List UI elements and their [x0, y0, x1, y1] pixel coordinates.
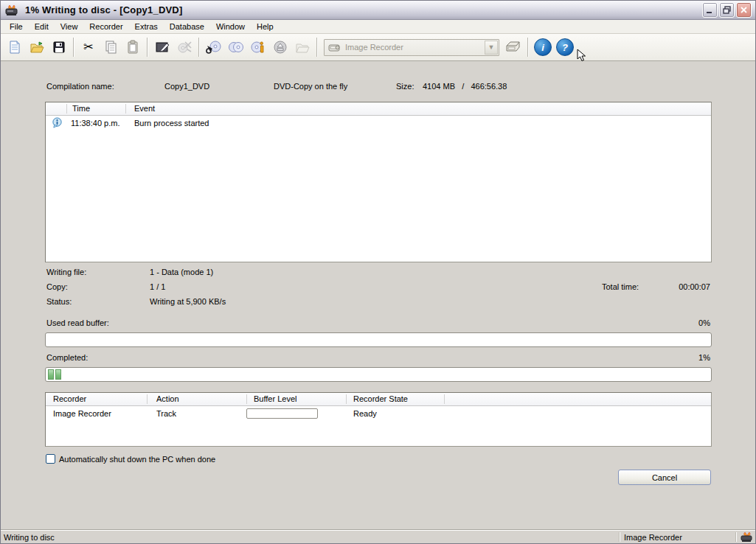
column-separator[interactable] — [125, 104, 126, 114]
cut-button[interactable]: ✂ — [77, 37, 100, 58]
minimize-icon — [706, 6, 714, 14]
cancel-button[interactable]: Cancel — [618, 470, 711, 485]
compilation-mode: DVD-Copy on the fly — [274, 82, 347, 91]
toolbar: ✂ — [1, 34, 755, 61]
size-value: 4104 MB / 466:56.38 — [423, 82, 507, 91]
toolbar-separator — [73, 38, 74, 57]
menu-bar: File Edit View Recorder Extras Database … — [1, 20, 755, 34]
help-button[interactable]: ? — [556, 38, 574, 56]
column-separator[interactable] — [66, 104, 67, 114]
column-header-recorder[interactable]: Recorder — [53, 394, 86, 403]
title-bar: 1% Writing to disc - [Copy1_DVD] — [1, 1, 755, 20]
menu-help[interactable]: Help — [251, 21, 280, 32]
burn-disc-button[interactable] — [203, 37, 225, 58]
open-button[interactable] — [26, 37, 48, 58]
column-header-event[interactable]: Event — [134, 104, 155, 113]
menu-window[interactable]: Window — [210, 21, 251, 32]
new-compilation-button[interactable] — [4, 37, 26, 58]
statusbar-separator — [735, 532, 736, 542]
total-time-value: 00:00:07 — [679, 282, 710, 291]
eject-disc-button[interactable] — [269, 37, 291, 58]
buffer-level-bar — [246, 408, 318, 419]
progress-segment — [55, 369, 61, 380]
restore-button[interactable] — [719, 2, 735, 18]
shutdown-checkbox-label[interactable]: Automatically shut down the PC when done — [59, 455, 215, 464]
recorder-combo-icon — [327, 41, 341, 53]
used-read-buffer-bar — [45, 332, 712, 347]
app-icon — [4, 4, 19, 17]
close-button[interactable] — [736, 2, 752, 18]
used-read-buffer-label: Used read buffer: — [46, 318, 109, 327]
open-disc-folder-icon — [295, 40, 311, 55]
paste-button[interactable] — [122, 37, 144, 58]
menu-view[interactable]: View — [55, 21, 84, 32]
copy-disc-icon — [228, 40, 244, 55]
recorder-drive-icon — [504, 40, 522, 55]
recorder-name: Image Recorder — [53, 409, 111, 418]
progress-segment — [48, 369, 54, 380]
recorder-combobox[interactable]: Image Recorder ▼ — [324, 39, 499, 56]
column-header-action[interactable]: Action — [156, 394, 179, 403]
compilation-name-label: Compilation name: — [46, 82, 114, 91]
copy-disc-button[interactable] — [225, 37, 247, 58]
status-label: Status: — [46, 297, 72, 306]
column-separator[interactable] — [444, 394, 445, 404]
copy-value: 1 / 1 — [150, 282, 165, 291]
choose-recorder-button[interactable] — [502, 37, 524, 58]
new-document-icon — [7, 40, 22, 55]
write-compilation-button[interactable] — [151, 37, 173, 58]
eject-icon — [273, 40, 288, 55]
simulate-icon — [177, 40, 193, 55]
statusbar-burn-icon — [741, 531, 752, 543]
column-header-recorder-state[interactable]: Recorder State — [353, 394, 408, 403]
simulate-burn-button — [173, 37, 195, 58]
save-button[interactable] — [48, 37, 70, 58]
column-separator[interactable] — [346, 394, 347, 404]
help-icon: ? — [562, 42, 568, 53]
disc-info-icon — [250, 40, 266, 55]
copy-label: Copy: — [46, 282, 68, 291]
statusbar-recorder: Image Recorder — [624, 533, 682, 542]
copy-button[interactable] — [100, 37, 122, 58]
open-folder-icon — [30, 40, 45, 55]
recorder-table[interactable]: Recorder Action Buffer Level Recorder St… — [45, 392, 712, 447]
column-header-time[interactable]: Time — [72, 104, 90, 113]
menu-database[interactable]: Database — [164, 21, 210, 32]
shutdown-checkbox[interactable] — [46, 454, 55, 464]
info-button[interactable]: i — [534, 38, 552, 56]
size-label: Size: — [396, 82, 414, 91]
toolbar-separator — [316, 38, 318, 57]
open-disc-button — [291, 37, 313, 58]
toolbar-separator — [147, 38, 148, 57]
menu-extras[interactable]: Extras — [129, 21, 164, 32]
combobox-dropdown-icon[interactable]: ▼ — [485, 41, 498, 55]
event-log-row[interactable]: 11:38:40 p.m. Burn process started — [46, 116, 711, 130]
minimize-button[interactable] — [702, 2, 718, 18]
disc-info-button[interactable] — [247, 37, 269, 58]
compilation-name-value: Copy1_DVD — [164, 82, 209, 91]
column-separator[interactable] — [246, 394, 247, 404]
column-separator[interactable] — [147, 394, 148, 404]
menu-edit[interactable]: Edit — [29, 21, 55, 32]
cancel-button-label: Cancel — [652, 473, 677, 482]
menu-file[interactable]: File — [4, 21, 29, 32]
menu-recorder[interactable]: Recorder — [83, 21, 128, 32]
statusbar-separator — [619, 532, 620, 542]
recorder-state: Ready — [353, 409, 377, 418]
event-text: Burn process started — [134, 119, 209, 128]
event-log-list[interactable]: Time Event 11:38:40 p.m. Burn process st… — [45, 102, 712, 262]
event-time: 11:38:40 p.m. — [71, 119, 119, 128]
save-icon — [52, 40, 66, 55]
writing-file-label: Writing file: — [46, 268, 86, 276]
writing-file-value: 1 - Data (mode 1) — [150, 268, 213, 276]
toolbar-separator — [527, 38, 529, 57]
column-header-buffer-level[interactable]: Buffer Level — [254, 394, 297, 403]
close-icon — [740, 6, 748, 14]
info-icon: i — [541, 42, 544, 53]
burn-disc-icon — [206, 40, 222, 55]
total-time-label: Total time: — [602, 282, 639, 291]
paste-icon — [125, 40, 140, 55]
recorder-row[interactable]: Image Recorder Track Ready — [46, 406, 711, 420]
status-value: Writing at 5,900 KB/s — [150, 297, 226, 306]
recorder-table-header: Recorder Action Buffer Level Recorder St… — [46, 393, 711, 406]
